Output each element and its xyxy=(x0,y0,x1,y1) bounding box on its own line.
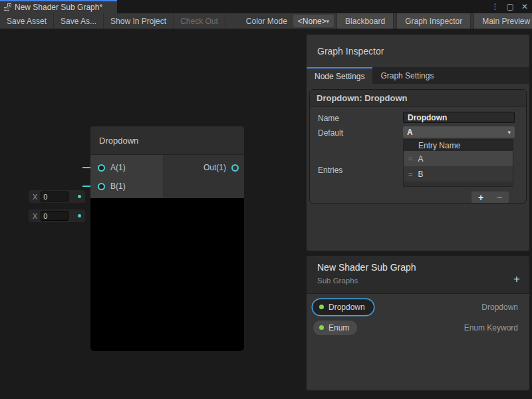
property-pill-label: Enum xyxy=(329,323,349,332)
chevron-down-icon: ▾ xyxy=(507,129,511,136)
color-mode-value: <None> xyxy=(298,17,327,26)
node-preview xyxy=(90,198,244,351)
input-port-a-label: A(1) xyxy=(110,163,126,172)
property-pill-dropdown[interactable]: Dropdown xyxy=(313,300,373,315)
port-value-widget-a: X xyxy=(29,190,85,203)
check-out-button: Check Out xyxy=(174,13,225,29)
name-field[interactable] xyxy=(403,112,515,123)
connector-dot-icon xyxy=(78,195,81,198)
input-port-a-icon[interactable] xyxy=(98,164,105,172)
menu-icon[interactable]: ⋮ xyxy=(491,0,499,13)
node-output-ports: Out(1) xyxy=(163,155,244,198)
node-settings-section: Dropdown: Dropdown Name Default A ▾ Entr… xyxy=(309,89,527,203)
blackboard-subtitle: Sub Graphs xyxy=(317,277,358,285)
input-port-b-icon[interactable] xyxy=(98,183,105,190)
default-label: Default xyxy=(318,128,343,138)
axis-label: X xyxy=(33,193,37,201)
color-mode-label: Color Mode xyxy=(240,13,293,29)
document-tab[interactable]: New Shader Sub Graph* xyxy=(0,0,117,13)
property-type-dot-icon xyxy=(319,325,324,330)
entry-row-a[interactable]: = A xyxy=(404,151,513,166)
add-entry-button[interactable]: + xyxy=(478,193,483,202)
main-preview-toggle-button[interactable]: Main Preview xyxy=(473,13,532,29)
toolbar: Save Asset Save As... Show In Project Ch… xyxy=(0,13,532,29)
blackboard-row-enum: Enum Enum Keyword xyxy=(313,320,518,335)
graph-inspector-title[interactable]: Graph Inspector xyxy=(307,35,529,67)
tab-title: New Shader Sub Graph* xyxy=(15,3,102,12)
tab-node-settings[interactable]: Node Settings xyxy=(307,67,372,84)
section-title: Dropdown: Dropdown xyxy=(310,90,526,107)
maximize-icon[interactable]: ▢ xyxy=(507,0,514,13)
show-in-project-button[interactable]: Show In Project xyxy=(104,13,174,29)
property-pill-label: Dropdown xyxy=(329,303,365,312)
blackboard-row-dropdown: Dropdown Dropdown xyxy=(313,299,518,315)
window-controls: ⋮ ▢ ✕ xyxy=(491,0,528,13)
default-dropdown[interactable]: A ▾ xyxy=(403,126,515,138)
entry-name: B xyxy=(418,170,423,179)
blackboard-header[interactable]: New Shader Sub Graph Sub Graphs + xyxy=(307,256,529,294)
save-asset-button[interactable]: Save Asset xyxy=(0,13,54,29)
output-port-label: Out(1) xyxy=(203,163,226,172)
graph-inspector-panel: Graph Inspector Node Settings Graph Sett… xyxy=(306,34,530,251)
shader-graph-window: New Shader Sub Graph* ⋮ ▢ ✕ Save Asset S… xyxy=(0,0,532,399)
shader-graph-icon xyxy=(3,3,11,11)
add-property-button[interactable]: + xyxy=(513,273,520,285)
node-header[interactable]: Dropdown xyxy=(90,126,244,155)
tab-graph-settings[interactable]: Graph Settings xyxy=(372,67,442,84)
blackboard-title: New Shader Sub Graph xyxy=(317,262,416,273)
node-title: Dropdown xyxy=(99,136,138,146)
entry-name: A xyxy=(418,154,423,164)
port-value-input-a[interactable] xyxy=(41,192,68,201)
inspector-tab-bar: Node Settings Graph Settings xyxy=(307,67,529,84)
remove-entry-button[interactable]: − xyxy=(497,193,502,202)
port-value-input-b[interactable] xyxy=(41,211,68,221)
drag-handle-icon[interactable]: = xyxy=(408,155,412,163)
entries-header: Entry Name xyxy=(404,140,513,151)
property-pill-enum[interactable]: Enum xyxy=(313,321,357,335)
entries-actions: + − xyxy=(471,192,509,203)
close-icon[interactable]: ✕ xyxy=(521,0,528,13)
port-value-widget-b: X xyxy=(29,209,85,222)
blackboard-toggle-button[interactable]: Blackboard xyxy=(336,13,394,29)
property-type-label: Dropdown xyxy=(481,303,518,312)
property-type-dot-icon xyxy=(319,305,324,309)
property-type-label: Enum Keyword xyxy=(464,323,518,332)
connector-dot-icon xyxy=(78,214,81,217)
color-mode-dropdown[interactable]: <None> ▾ xyxy=(293,15,334,27)
port-row-a: A(1) xyxy=(90,158,163,177)
dropdown-node[interactable]: Dropdown A(1) B(1) Out(1) xyxy=(90,126,244,351)
port-row-out: Out(1) xyxy=(163,158,239,177)
chevron-down-icon: ▾ xyxy=(327,18,330,25)
node-input-ports: A(1) B(1) xyxy=(90,155,163,198)
name-label: Name xyxy=(318,114,339,123)
output-port-icon[interactable] xyxy=(231,164,239,172)
entry-row-b[interactable]: = B xyxy=(404,166,513,182)
graph-inspector-toggle-button[interactable]: Graph Inspector xyxy=(396,13,471,29)
entries-label: Entries xyxy=(318,166,342,175)
input-port-b-label: B(1) xyxy=(110,182,126,191)
port-row-b: B(1) xyxy=(90,177,163,196)
entries-list: Entry Name = A = B xyxy=(403,139,513,187)
blackboard-panel: New Shader Sub Graph Sub Graphs + Dropdo… xyxy=(306,255,530,391)
default-value: A xyxy=(407,128,413,137)
axis-label: X xyxy=(33,212,37,220)
drag-handle-icon[interactable]: = xyxy=(408,170,412,178)
save-as-button[interactable]: Save As... xyxy=(54,13,104,29)
title-bar: New Shader Sub Graph* ⋮ ▢ ✕ xyxy=(0,0,532,13)
